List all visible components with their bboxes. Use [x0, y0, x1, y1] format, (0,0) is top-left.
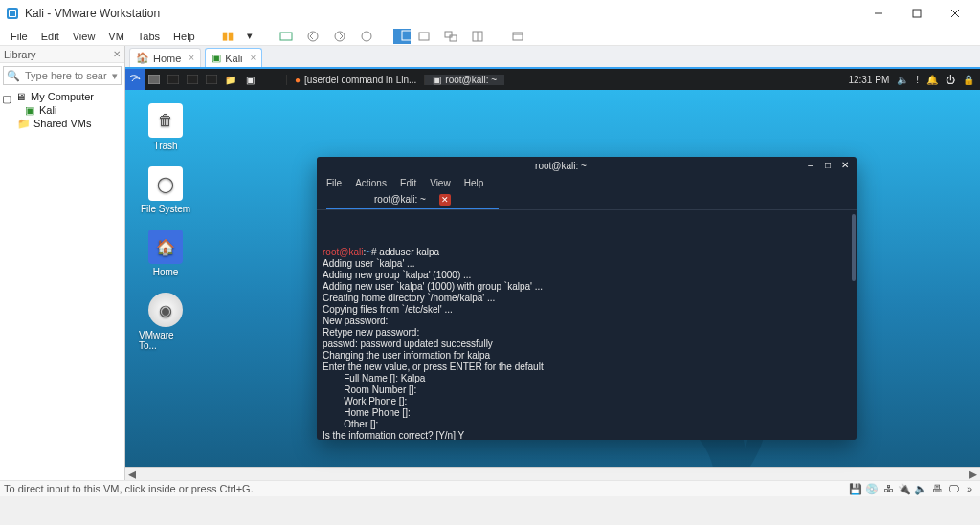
kali-icon: ▣ — [212, 52, 221, 64]
panel-files-icon[interactable]: 📁 — [221, 69, 240, 90]
snapshot-prev-icon[interactable] — [300, 30, 326, 43]
terminal-tabbar: root@kali: ~ ✕ — [317, 191, 857, 210]
computer-icon: 🖥 — [14, 91, 27, 102]
vm-console[interactable]: 📁 ▣ ● [userdel command in Lin... ▣ root@… — [125, 69, 980, 480]
power-icon[interactable]: ⏻ — [942, 75, 959, 85]
search-icon: 🔍 — [4, 70, 23, 82]
terminal-body[interactable]: root@kali:~# adduser kalpaAdding user `k… — [317, 210, 857, 440]
shared-icon: 📁 — [17, 118, 30, 129]
terminal-titlebar[interactable]: root@kali: ~ – □ ✕ — [317, 157, 857, 174]
library-sidebar: Library ✕ 🔍 ▾ ▢ 🖥 My Computer ▣ Kali 📁 S… — [0, 46, 125, 480]
task-terminal[interactable]: ▣ root@kali: ~ — [424, 75, 504, 85]
scroll-left-icon[interactable]: ◂ — [125, 468, 139, 481]
tab-close-icon[interactable]: × — [185, 53, 194, 63]
device-net-icon[interactable]: 🖧 — [881, 482, 895, 495]
sidebar-search[interactable]: 🔍 ▾ — [3, 66, 122, 85]
terminal-scrollbar[interactable] — [852, 214, 856, 281]
menu-view[interactable]: View — [66, 31, 102, 42]
menu-help[interactable]: Help — [167, 31, 202, 42]
network-icon[interactable]: ! — [912, 75, 923, 85]
task-firefox[interactable]: ● [userdel command in Lin... — [286, 75, 424, 85]
statusbar-chevron-icon[interactable]: » — [963, 482, 976, 495]
search-input[interactable] — [23, 70, 109, 81]
svg-rect-7 — [280, 33, 292, 40]
terminal-maximize-icon[interactable]: □ — [822, 160, 834, 171]
tab-home[interactable]: 🏠 Home × — [129, 48, 201, 67]
device-disk-icon[interactable]: 💾 — [849, 482, 862, 495]
term-menu-help[interactable]: Help — [458, 178, 490, 188]
term-menu-view[interactable]: View — [424, 178, 457, 188]
menu-vm[interactable]: VM — [101, 31, 131, 42]
fullscreen-icon[interactable] — [393, 29, 411, 44]
tree-shared-vms[interactable]: 📁 Shared VMs — [0, 117, 124, 130]
device-usb-icon[interactable]: 🔌 — [898, 482, 911, 495]
sidebar-close-icon[interactable]: ✕ — [113, 49, 121, 59]
sound-icon[interactable]: 🔈 — [893, 75, 912, 85]
lock-icon[interactable]: 🔒 — [959, 75, 978, 85]
term-menu-actions[interactable]: Actions — [349, 178, 392, 188]
status-text: To direct input to this VM, click inside… — [4, 483, 254, 494]
kali-menu-icon[interactable] — [125, 69, 145, 90]
terminal-tab[interactable]: root@kali: ~ ✕ — [326, 192, 499, 209]
workspace-3-icon[interactable] — [183, 69, 202, 90]
device-printer-icon[interactable]: 🖶 — [930, 482, 944, 495]
drive-icon: ◯ — [148, 166, 183, 201]
device-cd-icon[interactable]: 💿 — [865, 482, 879, 495]
app-titlebar: Kali - VMware Workstation — [0, 0, 980, 27]
svg-rect-17 — [513, 33, 523, 40]
svg-rect-12 — [419, 33, 429, 40]
terminal-title: root@kali: ~ — [535, 161, 587, 171]
panel-tray: 12:31 PM 🔈 ! 🔔 ⏻ 🔒 — [842, 75, 980, 85]
desktop-trash[interactable]: 🗑 Trash — [139, 103, 192, 151]
snapshot-manager-icon[interactable] — [353, 30, 380, 43]
svg-rect-19 — [148, 75, 160, 84]
search-dropdown-icon[interactable]: ▾ — [109, 70, 121, 82]
svg-rect-22 — [206, 75, 217, 84]
workspace-2-icon[interactable] — [164, 69, 183, 90]
console-icon[interactable] — [437, 30, 464, 43]
term-menu-file[interactable]: File — [321, 178, 347, 188]
terminal-tab-close-icon[interactable]: ✕ — [439, 194, 451, 206]
device-display-icon[interactable]: 🖵 — [947, 482, 960, 495]
panel-terminal-icon[interactable]: ▣ — [240, 69, 259, 90]
menu-file[interactable]: File — [4, 31, 34, 42]
stretch-icon[interactable] — [464, 30, 491, 43]
toolbar-dropdown-icon[interactable]: ▾ — [240, 30, 259, 42]
statusbar: To direct input to this VM, click inside… — [0, 480, 980, 496]
home-icon: 🏠 — [148, 230, 183, 264]
workspace-1-icon[interactable] — [145, 69, 164, 90]
app-menubar: File Edit View VM Tabs Help ▮▮ ▾ — [0, 27, 980, 46]
desktop-vmware-tools[interactable]: ◉ VMware To... — [139, 293, 192, 351]
scroll-right-icon[interactable]: ▸ — [967, 468, 980, 481]
app-title: Kali - VMware Workstation — [25, 7, 160, 20]
terminal-menubar: File Actions Edit View Help — [317, 174, 857, 191]
close-button[interactable] — [936, 0, 974, 27]
term-menu-edit[interactable]: Edit — [394, 178, 422, 188]
svg-rect-14 — [450, 35, 457, 41]
desktop-home[interactable]: 🏠 Home — [139, 230, 192, 277]
panel-clock[interactable]: 12:31 PM — [844, 75, 893, 85]
menu-edit[interactable]: Edit — [34, 31, 66, 42]
thumbnail-icon[interactable] — [504, 30, 531, 43]
vm-horizontal-scrollbar[interactable]: ◂ ▸ — [125, 467, 980, 480]
desktop-filesystem[interactable]: ◯ File System — [139, 166, 192, 214]
tree-vm-kali[interactable]: ▣ Kali — [0, 103, 124, 117]
device-sound-icon[interactable]: 🔈 — [914, 482, 927, 495]
pause-icon[interactable]: ▮▮ — [215, 30, 240, 42]
terminal-close-icon[interactable]: ✕ — [839, 160, 851, 171]
snapshot-icon[interactable] — [273, 30, 300, 43]
menu-tabs[interactable]: Tabs — [131, 31, 167, 42]
terminal-minimize-icon[interactable]: – — [805, 160, 816, 171]
workspace-4-icon[interactable] — [202, 69, 221, 90]
terminal-window[interactable]: root@kali: ~ – □ ✕ File Actions Edit Vie… — [317, 157, 857, 440]
snapshot-next-icon[interactable] — [326, 30, 353, 43]
maximize-button[interactable] — [898, 0, 936, 27]
tab-kali[interactable]: ▣ Kali × — [205, 48, 262, 67]
twisty-open-icon[interactable]: ▢ — [2, 93, 11, 101]
minimize-button[interactable] — [859, 0, 898, 27]
tree-my-computer[interactable]: ▢ 🖥 My Computer — [0, 90, 124, 103]
unity-icon[interactable] — [411, 30, 437, 43]
notify-icon[interactable]: 🔔 — [923, 75, 942, 85]
tab-close-icon[interactable]: × — [247, 53, 256, 63]
library-tree: ▢ 🖥 My Computer ▣ Kali 📁 Shared VMs — [0, 88, 124, 132]
